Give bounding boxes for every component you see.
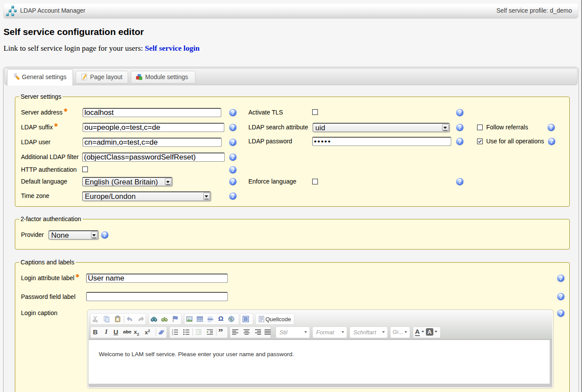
- svg-text:3: 3: [172, 333, 173, 336]
